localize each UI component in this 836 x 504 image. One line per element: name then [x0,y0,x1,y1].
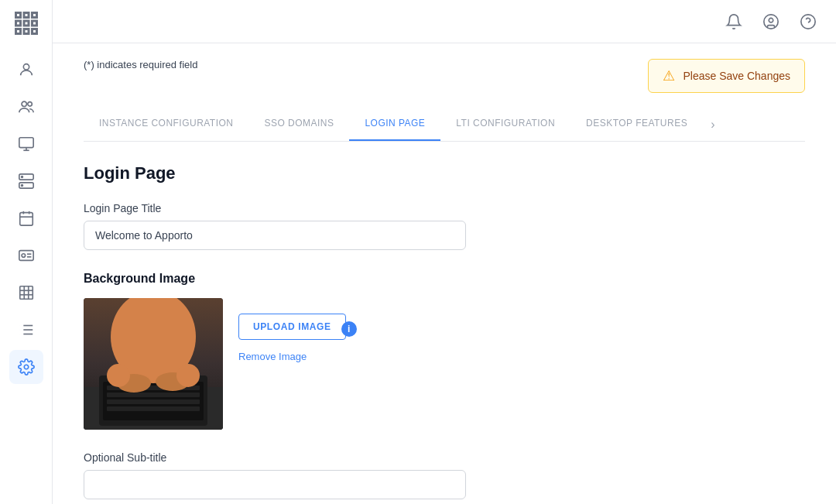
alert-message: Please Save Changes [683,70,790,82]
tab-instance-configuration[interactable]: INSTANCE CONFIGURATION [84,108,248,141]
svg-rect-55 [176,364,200,387]
svg-rect-27 [19,286,33,300]
svg-point-24 [22,254,26,258]
optional-subtitle-section: Optional Sub-title [84,451,805,499]
info-badge: i [341,321,357,337]
required-note: (*) indicates required field [84,59,197,70]
svg-point-41 [801,14,815,28]
svg-rect-48 [107,393,200,397]
sidebar-item-monitor[interactable] [9,127,43,161]
svg-rect-0 [15,13,20,18]
header-row: (*) indicates required field ⚠ Please Sa… [84,59,805,93]
question-circle-icon[interactable] [796,9,821,34]
login-page-title-label: Login Page Title [84,202,805,214]
svg-point-39 [764,14,778,28]
sidebar-item-settings[interactable] [9,350,43,384]
svg-rect-54 [107,364,130,387]
tabs-container: INSTANCE CONFIGURATION SSO DOMAINS LOGIN… [84,108,805,142]
sidebar-item-server[interactable] [9,164,43,198]
svg-point-17 [21,177,22,178]
content-area: (*) indicates required field ⚠ Please Sa… [53,43,836,504]
optional-subtitle-input[interactable] [84,470,466,499]
svg-point-9 [23,64,29,70]
tab-more-button[interactable]: › [703,108,722,141]
optional-subtitle-label: Optional Sub-title [84,451,805,464]
tab-desktop-features[interactable]: DESKTOP FEATURES [570,108,703,141]
user-circle-icon[interactable] [759,9,783,34]
svg-rect-3 [15,21,20,26]
upload-controls: UPLOAD IMAGE i Remove Image [238,298,346,362]
svg-rect-4 [24,21,29,26]
sidebar-item-users[interactable] [9,90,43,124]
alert-triangle-icon: ⚠ [663,67,675,84]
background-image-preview [84,298,223,430]
svg-rect-6 [15,29,20,34]
svg-rect-49 [107,399,200,404]
image-section: UPLOAD IMAGE i Remove Image [84,298,805,430]
svg-rect-8 [32,29,36,34]
tab-login-page[interactable]: LOGIN PAGE [349,108,440,141]
svg-rect-1 [24,13,29,18]
remove-image-link[interactable]: Remove Image [238,351,346,362]
svg-rect-50 [107,406,200,411]
sidebar-item-calendar[interactable] [9,201,43,235]
svg-point-10 [22,101,26,106]
svg-point-38 [24,365,29,369]
svg-rect-12 [19,138,33,148]
page-title: Login Page [84,163,805,183]
background-image-label: Background Image [84,272,805,286]
svg-rect-5 [32,21,36,26]
bell-icon[interactable] [721,9,746,34]
main-content: (*) indicates required field ⚠ Please Sa… [53,0,836,504]
sidebar-item-table[interactable] [9,276,43,310]
upload-image-button[interactable]: UPLOAD IMAGE [238,314,346,340]
sidebar [0,0,53,504]
svg-rect-7 [24,29,29,34]
svg-point-40 [769,18,773,22]
svg-point-18 [21,185,22,187]
sidebar-item-idcard[interactable] [9,238,43,273]
svg-rect-2 [32,13,36,18]
tab-sso-domains[interactable]: SSO DOMAINS [248,108,349,141]
topbar [53,0,836,43]
sidebar-item-list[interactable] [9,313,43,347]
svg-point-11 [27,102,32,107]
tab-lti-configuration[interactable]: LTI CONFIGURATION [440,108,570,141]
sidebar-item-user[interactable] [9,53,43,87]
alert-banner: ⚠ Please Save Changes [648,59,805,93]
login-page-title-input[interactable] [84,221,466,250]
sidebar-grid-icon[interactable] [12,9,40,37]
svg-rect-19 [19,213,33,226]
